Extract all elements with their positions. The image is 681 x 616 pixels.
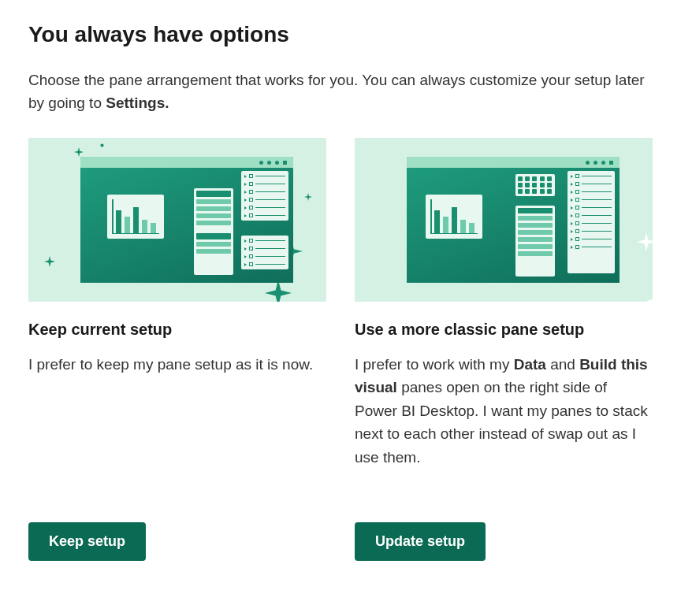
svg-point-0 — [100, 143, 103, 147]
desc-text: I prefer to work with my — [355, 356, 514, 373]
desc-text: and — [546, 356, 579, 373]
update-setup-button[interactable]: Update setup — [355, 522, 486, 561]
description-settings-link: Settings. — [106, 95, 169, 111]
option-keep-title: Keep current setup — [28, 321, 326, 339]
page-description: Choose the pane arrangement that works f… — [28, 69, 653, 114]
desc-bold-data: Data — [514, 356, 546, 373]
illustration-keep — [28, 138, 326, 302]
option-keep-description: I prefer to keep my pane setup as it is … — [28, 353, 326, 469]
option-keep-current: Keep current setup I prefer to keep my p… — [28, 138, 326, 469]
page-title: You always have options — [28, 22, 653, 47]
option-classic: Use a more classic pane setup I prefer t… — [355, 138, 653, 469]
desc-text: panes open on the right side of Power BI… — [355, 379, 648, 465]
keep-setup-button[interactable]: Keep setup — [28, 522, 146, 561]
options-container: Keep current setup I prefer to keep my p… — [28, 138, 653, 469]
option-classic-title: Use a more classic pane setup — [355, 321, 653, 339]
option-classic-description: I prefer to work with my Data and Build … — [355, 353, 653, 469]
illustration-classic — [355, 138, 653, 302]
